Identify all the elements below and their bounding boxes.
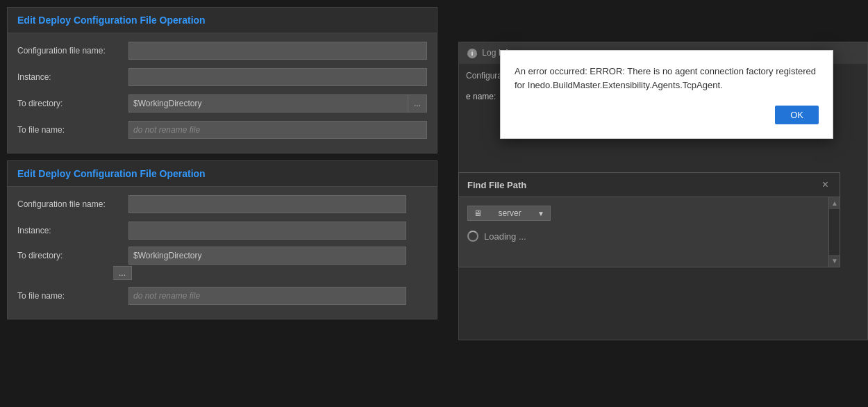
field-filename-row-2: To file name: — [17, 285, 427, 306]
left-area: Edit Deploy Configuration File Operation… — [0, 0, 444, 407]
field-config-name-row-2: Configuration file name: — [17, 194, 427, 215]
ok-button[interactable]: OK — [775, 106, 819, 124]
config-name-input-1[interactable] — [128, 42, 427, 60]
find-file-close-btn[interactable]: × — [819, 178, 831, 191]
config-name-label-1: Configuration file name: — [17, 46, 128, 56]
panel-1-header: Edit Deploy Configuration File Operation — [8, 8, 437, 33]
error-dialog: An error occurred: ERROR: There is no ag… — [500, 50, 833, 139]
loading-row: Loading ... — [467, 228, 823, 244]
instance-label-2: Instance: — [17, 226, 128, 235]
filename-input-2[interactable] — [128, 287, 406, 305]
directory-label-2: To directory: — [17, 251, 128, 260]
filename-label-2: To file name: — [17, 291, 128, 301]
filename-label-1: To file name: — [17, 125, 128, 135]
directory-label-1: To directory: — [17, 99, 128, 108]
find-file-scrollbar: ▲ ▼ — [828, 197, 840, 267]
panel-2: Edit Deploy Configuration File Operation… — [7, 160, 437, 319]
filename-input-1[interactable] — [128, 121, 427, 139]
field-instance-row-2: Instance: — [17, 220, 427, 241]
panel-2-body: Configuration file name: Instance: To di… — [8, 187, 437, 319]
scroll-track — [829, 209, 840, 255]
config-name-label-2: Configuration file name: — [17, 199, 128, 209]
dropdown-arrow-icon: ▼ — [537, 210, 544, 217]
config-name-input-2[interactable] — [128, 195, 406, 213]
server-icon: 🖥 — [474, 208, 482, 218]
field-config-name-row-1: Configuration file name: — [17, 40, 427, 61]
directory-browse-btn-1[interactable]: ... — [408, 94, 427, 113]
loading-spinner-icon — [467, 231, 478, 242]
directory-input-group-1: ... — [128, 94, 427, 113]
scroll-down-btn[interactable]: ▼ — [829, 255, 840, 267]
find-file-title: Find File Path — [467, 180, 526, 190]
info-icon: i — [467, 49, 477, 58]
instance-label-1: Instance: — [17, 72, 128, 82]
panel-2-header: Edit Deploy Configuration File Operation — [8, 161, 437, 187]
server-dropdown[interactable]: 🖥 server ▼ — [467, 206, 551, 221]
server-label: server — [498, 208, 521, 218]
panel-1-body: Configuration file name: Instance: To di… — [8, 33, 437, 153]
field-directory-row-1: To directory: ... — [17, 93, 427, 114]
directory-input-1[interactable] — [128, 94, 408, 113]
panel-1: Edit Deploy Configuration File Operation… — [7, 7, 437, 153]
panel-1-title: Edit Deploy Configuration File Operation — [17, 15, 206, 26]
instance-input-1[interactable] — [128, 68, 427, 86]
scroll-up-btn[interactable]: ▲ — [829, 197, 840, 209]
field-directory-row-2: To directory: ... — [17, 247, 427, 280]
panel-2-title: Edit Deploy Configuration File Operation — [17, 168, 206, 179]
find-file-dialog: Find File Path × 🖥 server ▼ Loading ... … — [458, 172, 840, 267]
directory-input-2[interactable] — [128, 247, 406, 265]
configura-text: Configura — [466, 71, 502, 81]
field-filename-row-1: To file name: — [17, 119, 427, 140]
field-instance-row-1: Instance: — [17, 67, 427, 88]
right-area: i Log Info Configura e name: An error oc… — [458, 0, 868, 407]
error-message: An error occurred: ERROR: There is no ag… — [515, 65, 819, 92]
directory-browse-btn-2[interactable]: ... — [113, 266, 132, 280]
instance-input-2[interactable] — [128, 222, 406, 240]
find-file-body: 🖥 server ▼ Loading ... ▲ ▼ — [459, 197, 840, 267]
find-file-header: Find File Path × — [459, 173, 840, 197]
loading-text: Loading ... — [484, 231, 526, 242]
